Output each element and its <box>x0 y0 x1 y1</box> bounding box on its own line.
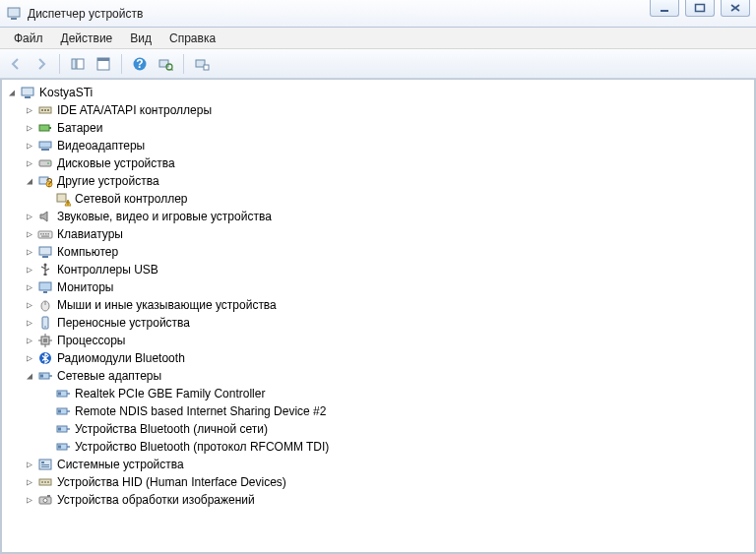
svg-point-74 <box>43 499 47 503</box>
svg-point-25 <box>47 162 49 164</box>
svg-rect-20 <box>39 125 49 131</box>
svg-rect-62 <box>58 428 61 431</box>
expand-icon[interactable]: ▷ <box>22 265 37 275</box>
svg-point-47 <box>44 326 46 328</box>
category-batteries[interactable]: ▷Батареи <box>22 119 752 137</box>
svg-rect-4 <box>72 59 76 69</box>
expand-icon[interactable]: ▷ <box>22 495 37 505</box>
collapse-icon[interactable]: ◢ <box>22 371 37 381</box>
expand-icon[interactable]: ▷ <box>22 212 37 221</box>
svg-rect-14 <box>22 88 33 95</box>
expand-icon[interactable]: ▷ <box>22 247 37 257</box>
audio-icon <box>37 209 53 224</box>
menu-action[interactable]: Действие <box>53 30 121 47</box>
expand-icon[interactable]: ▷ <box>22 282 37 292</box>
category-network-adapters[interactable]: ◢Сетевые адаптеры <box>22 367 752 385</box>
svg-rect-3 <box>696 4 705 11</box>
device-realtek-gbe[interactable]: ·Realtek PCIe GBE Family Controller <box>39 385 752 402</box>
expand-icon[interactable]: ▷ <box>22 105 37 115</box>
help-button[interactable]: ? <box>128 52 152 76</box>
svg-rect-75 <box>47 495 50 497</box>
maximize-button[interactable] <box>685 0 715 17</box>
collapse-icon[interactable]: ◢ <box>4 88 20 97</box>
category-cpu[interactable]: ▷Процессоры <box>22 332 752 349</box>
titlebar: Диспетчер устройств <box>0 0 756 28</box>
svg-rect-24 <box>39 160 51 166</box>
device-network-controller[interactable]: ·Сетевой контроллер <box>39 190 752 208</box>
warning-device-icon <box>55 191 71 207</box>
svg-rect-37 <box>41 236 49 237</box>
properties-button[interactable] <box>92 52 115 76</box>
category-portable[interactable]: ▷Переносные устройства <box>22 314 752 332</box>
tree-root[interactable]: ◢ KostyaSTi <box>4 84 752 101</box>
expand-icon[interactable]: ▷ <box>22 158 37 168</box>
svg-text:?: ? <box>46 176 53 190</box>
minimize-button[interactable] <box>650 0 679 17</box>
svg-rect-21 <box>49 127 51 129</box>
device-bluetooth-rfcomm[interactable]: ·Устройство Bluetooth (протокол RFCOMM T… <box>39 438 752 456</box>
svg-rect-67 <box>41 464 49 465</box>
menu-file[interactable]: Файл <box>6 30 51 47</box>
menubar: Файл Действие Вид Справка <box>0 28 756 49</box>
category-ide[interactable]: ▷IDE ATA/ATAPI контроллеры <box>22 101 752 119</box>
menu-view[interactable]: Вид <box>122 30 159 47</box>
category-computer[interactable]: ▷Компьютер <box>22 243 752 261</box>
expand-icon[interactable]: ▷ <box>22 318 37 328</box>
expand-icon[interactable]: ▷ <box>22 477 37 487</box>
expand-icon[interactable]: ▷ <box>22 300 37 310</box>
scan-hardware-button[interactable] <box>154 52 177 76</box>
svg-rect-68 <box>41 466 49 467</box>
disk-icon <box>37 155 53 171</box>
network-adapter-icon <box>55 439 71 455</box>
category-mouse[interactable]: ▷Мыши и иные указывающие устройства <box>22 296 752 314</box>
keyboard-icon <box>37 226 53 242</box>
uninstall-button[interactable] <box>190 52 214 76</box>
expand-icon[interactable]: ▷ <box>22 229 37 239</box>
category-display[interactable]: ▷Видеоадаптеры <box>22 137 752 154</box>
svg-rect-22 <box>39 142 51 148</box>
category-monitor[interactable]: ▷Мониторы <box>22 278 752 296</box>
svg-rect-13 <box>204 65 209 70</box>
category-audio[interactable]: ▷Звуковые, видео и игровые устройства <box>22 208 752 225</box>
toolbar-separator <box>59 54 60 74</box>
svg-rect-5 <box>77 59 84 69</box>
collapse-icon[interactable]: ◢ <box>22 176 37 186</box>
svg-rect-43 <box>43 291 47 293</box>
device-bluetooth-pan[interactable]: ·Устройства Bluetooth (личной сети) <box>39 420 752 438</box>
svg-rect-49 <box>43 339 47 342</box>
category-keyboard[interactable]: ▷Клавиатуры <box>22 225 752 243</box>
category-system[interactable]: ▷Системные устройства <box>22 456 752 473</box>
svg-text:?: ? <box>136 57 143 71</box>
svg-rect-39 <box>42 256 48 258</box>
hid-icon <box>37 474 53 490</box>
category-bluetooth[interactable]: ▷Радиомодули Bluetooth <box>22 349 752 367</box>
expand-icon[interactable]: ▷ <box>22 141 37 151</box>
toolbar: ? <box>0 49 756 79</box>
category-hid[interactable]: ▷Устройства HID (Human Interface Devices… <box>22 473 752 491</box>
svg-rect-0 <box>8 8 20 17</box>
computer-icon <box>20 85 35 100</box>
category-disk[interactable]: ▷Дисковые устройства <box>22 154 752 172</box>
controller-icon <box>37 102 53 118</box>
forward-button[interactable] <box>30 52 53 76</box>
expand-icon[interactable]: ▷ <box>22 353 37 363</box>
show-hide-tree-button[interactable] <box>66 52 90 76</box>
category-imaging[interactable]: ▷Устройства обработки изображений <box>22 491 752 509</box>
category-usb[interactable]: ▷Контроллеры USB <box>22 261 752 278</box>
toolbar-separator <box>121 54 122 74</box>
svg-rect-33 <box>40 233 42 235</box>
monitor-icon <box>37 279 53 295</box>
toolbar-separator <box>183 54 184 74</box>
device-remote-ndis[interactable]: ·Remote NDIS based Internet Sharing Devi… <box>39 402 752 420</box>
expand-icon[interactable]: ▷ <box>22 123 37 133</box>
back-button[interactable] <box>4 52 28 76</box>
expand-icon[interactable]: ▷ <box>22 336 37 345</box>
close-button[interactable] <box>721 0 750 17</box>
svg-rect-34 <box>43 233 45 235</box>
menu-help[interactable]: Справка <box>161 30 223 47</box>
category-other[interactable]: ◢?Другие устройства <box>22 172 752 190</box>
svg-rect-29 <box>57 194 66 202</box>
window-title: Диспетчер устройств <box>28 7 750 21</box>
expand-icon[interactable]: ▷ <box>22 460 37 469</box>
svg-rect-30 <box>67 202 68 204</box>
